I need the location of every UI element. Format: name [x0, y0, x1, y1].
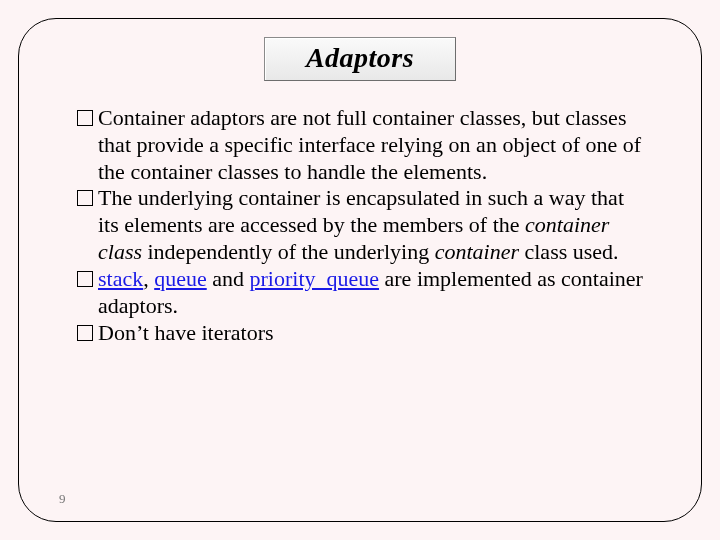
bullet-marker-icon [77, 325, 93, 341]
slide-background: Adaptors Container adaptors are not full… [0, 0, 720, 540]
text-fragment: independently of the underlying [142, 239, 435, 264]
link-queue[interactable]: queue [154, 266, 207, 291]
bullet-text: stack, queue and priority_queue are impl… [98, 266, 643, 320]
bullet-item: Container adaptors are not full containe… [77, 105, 643, 185]
bullet-item: The underlying container is encapsulated… [77, 185, 643, 265]
text-fragment: , [143, 266, 154, 291]
bullet-text: The underlying container is encapsulated… [98, 185, 643, 265]
page-number: 9 [59, 491, 66, 507]
bullet-text: Container adaptors are not full containe… [98, 105, 643, 185]
link-priority-queue[interactable]: priority_queue [250, 266, 380, 291]
bullet-text: Don’t have iterators [98, 320, 643, 347]
emphasis-text: container [435, 239, 519, 264]
text-fragment: class used. [519, 239, 619, 264]
content-area: Container adaptors are not full containe… [77, 105, 643, 346]
slide-title: Adaptors [306, 42, 414, 73]
bullet-marker-icon [77, 271, 93, 287]
bullet-item: Don’t have iterators [77, 320, 643, 347]
bullet-item: stack, queue and priority_queue are impl… [77, 266, 643, 320]
bullet-marker-icon [77, 190, 93, 206]
text-fragment: and [207, 266, 250, 291]
title-box: Adaptors [264, 37, 456, 81]
link-stack[interactable]: stack [98, 266, 143, 291]
slide-frame: Adaptors Container adaptors are not full… [18, 18, 702, 522]
bullet-marker-icon [77, 110, 93, 126]
